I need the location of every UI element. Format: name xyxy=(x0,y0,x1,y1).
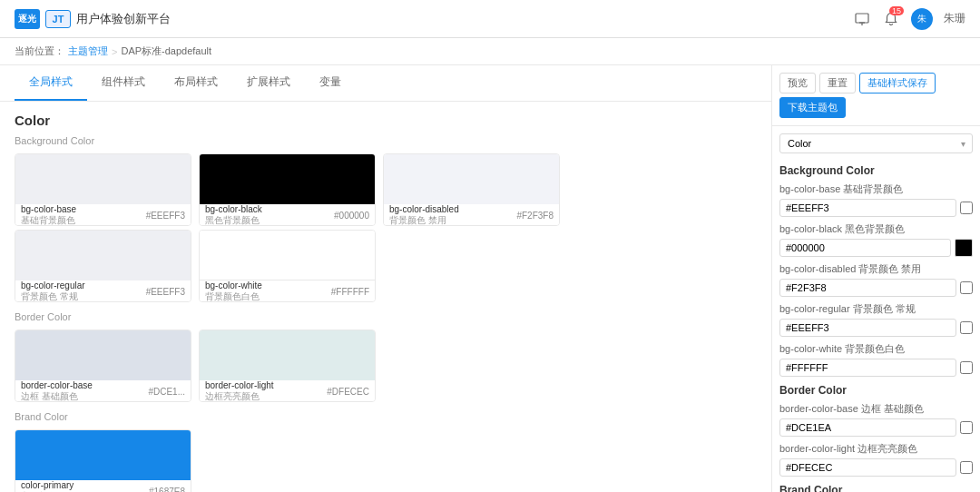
swatch-panel-bg-black xyxy=(955,239,973,257)
panel-input-bg-regular[interactable] xyxy=(779,319,956,337)
panel-row-bg-regular xyxy=(779,319,973,337)
logo-icon: 逐光 xyxy=(15,9,40,29)
panel-row-bg-white xyxy=(779,359,973,377)
color-card-border-base[interactable]: border-color-base 边框 基础颜色 #DCE1... xyxy=(15,330,191,402)
header-right: 15 朱 朱珊 xyxy=(853,8,965,30)
color-desc-bg-white: 背景颜色白色 xyxy=(205,290,262,302)
panel-label-bg-disabled: bg-color-disabled 背景颜色 禁用 xyxy=(779,262,973,276)
color-name-primary: color-primary xyxy=(21,480,74,490)
color-card-bg-black[interactable]: bg-color-black 黑色背景颜色 #000000 xyxy=(199,153,376,226)
breadcrumb-home[interactable]: 主题管理 xyxy=(68,44,108,58)
panel-row-bg-black xyxy=(779,239,973,257)
avatar-initial: 朱 xyxy=(917,13,926,25)
color-name-border-light: border-color-light xyxy=(205,380,274,390)
breadcrumb-sep-1: > xyxy=(112,46,117,57)
breadcrumb-current: DAP标准-dapdefault xyxy=(121,44,211,58)
swatch-bg-white xyxy=(200,231,375,280)
panel-label-border-base: border-color-base 边框 基础颜色 xyxy=(779,402,973,416)
panel-check-bg-disabled[interactable] xyxy=(960,281,973,294)
color-info-bg-base: bg-color-base 基础背景颜色 #EEEFF3 xyxy=(15,204,191,226)
jt-label: JT xyxy=(53,14,64,25)
panel-input-bg-white[interactable] xyxy=(779,359,956,377)
monitor-icon[interactable] xyxy=(853,10,871,28)
color-hex-border-base: #DCE1... xyxy=(148,387,185,397)
color-select-wrapper[interactable]: Color xyxy=(779,133,973,153)
swatch-bg-disabled xyxy=(384,154,559,204)
panel-input-border-base[interactable] xyxy=(779,418,956,437)
preview-button[interactable]: 预览 xyxy=(779,73,816,93)
tab-component-style[interactable]: 组件样式 xyxy=(87,65,160,101)
color-name-border-base: border-color-base xyxy=(21,380,93,390)
color-desc-border-base: 边框 基础颜色 xyxy=(21,390,93,402)
reset-button[interactable]: 重置 xyxy=(819,73,856,93)
right-panel-header: 预览 重置 基础样式保存 下载主题包 xyxy=(772,65,980,126)
color-card-primary[interactable]: color-primary 主题颜色 #1687E8 xyxy=(15,429,191,492)
panel-input-border-light[interactable] xyxy=(779,458,956,477)
jt-logo: JT xyxy=(45,10,71,28)
panel-row-border-base xyxy=(779,418,973,437)
brand-color-section-title: Brand Color xyxy=(15,411,757,422)
color-name-bg-regular: bg-color-regular xyxy=(21,280,85,290)
panel-input-bg-black[interactable] xyxy=(779,239,951,257)
panel-item-border-base: border-color-base 边框 基础颜色 xyxy=(779,402,973,437)
section-title: Color xyxy=(15,113,757,128)
save-style-button[interactable]: 基础样式保存 xyxy=(859,73,936,93)
color-card-bg-disabled[interactable]: bg-color-disabled 背景颜色 禁用 #F2F3F8 xyxy=(383,153,560,226)
color-info-bg-black: bg-color-black 黑色背景颜色 #000000 xyxy=(200,204,375,226)
tab-layout-style[interactable]: 布局样式 xyxy=(160,65,232,101)
color-hex-bg-base: #EEEFF3 xyxy=(146,211,185,221)
download-theme-button[interactable]: 下载主题包 xyxy=(779,97,846,118)
panel-item-border-light: border-color-light 边框亮亮颜色 xyxy=(779,442,973,477)
panel-row-border-light xyxy=(779,458,973,477)
color-category-select[interactable]: Color xyxy=(779,133,973,153)
main-container: 全局样式 组件样式 布局样式 扩展样式 变量 Color Background … xyxy=(0,65,980,492)
notification-icon[interactable]: 15 xyxy=(882,10,900,28)
color-desc-bg-black: 黑色背景颜色 xyxy=(205,214,262,226)
bg-color-grid-2: bg-color-regular 背景颜色 常规 #EEEFF3 bg-colo… xyxy=(15,230,757,302)
tab-extended-style[interactable]: 扩展样式 xyxy=(232,65,305,101)
panel-item-bg-disabled: bg-color-disabled 背景颜色 禁用 xyxy=(779,262,973,297)
panel-check-bg-base[interactable] xyxy=(960,202,973,214)
color-section: Color Background Color bg-color-base 基础背… xyxy=(0,102,771,492)
avatar[interactable]: 朱 xyxy=(911,8,933,30)
tab-global-style[interactable]: 全局样式 xyxy=(15,65,87,101)
color-card-bg-regular[interactable]: bg-color-regular 背景颜色 常规 #EEEFF3 xyxy=(15,230,191,302)
panel-check-border-light[interactable] xyxy=(960,461,973,474)
brand-color-grid: color-primary 主题颜色 #1687E8 xyxy=(15,429,757,492)
breadcrumb-prefix: 当前位置： xyxy=(15,44,64,58)
color-info-border-light: border-color-light 边框亮亮颜色 #DFECEC xyxy=(200,380,375,402)
color-info-primary: color-primary 主题颜色 #1687E8 xyxy=(15,480,191,492)
swatch-bg-base xyxy=(15,154,191,204)
right-panel-body: Color Background Color bg-color-base 基础背… xyxy=(772,126,980,492)
color-hex-bg-black: #000000 xyxy=(334,211,369,221)
logo-text: 逐光 xyxy=(18,13,36,25)
tab-variables[interactable]: 变量 xyxy=(305,65,356,101)
color-card-bg-white[interactable]: bg-color-white 背景颜色白色 #FFFFFF xyxy=(199,230,376,302)
panel-label-bg-white: bg-color-white 背景颜色白色 xyxy=(779,342,973,356)
header: 逐光 JT 用户体验创新平台 15 朱 朱珊 xyxy=(0,0,980,38)
svg-rect-0 xyxy=(856,14,868,23)
color-card-bg-base[interactable]: bg-color-base 基础背景颜色 #EEEFF3 xyxy=(15,153,191,226)
panel-input-bg-disabled[interactable] xyxy=(779,279,956,297)
panel-input-bg-base[interactable] xyxy=(779,199,956,217)
color-card-border-light[interactable]: border-color-light 边框亮亮颜色 #DFECEC xyxy=(199,330,376,402)
panel-check-bg-regular[interactable] xyxy=(960,321,973,334)
color-hex-bg-regular: #EEEFF3 xyxy=(146,287,185,297)
panel-check-bg-white[interactable] xyxy=(960,361,973,374)
swatch-border-base xyxy=(15,330,191,380)
color-desc-bg-disabled: 背景颜色 禁用 xyxy=(389,214,459,226)
color-name-bg-white: bg-color-white xyxy=(205,280,262,290)
panel-row-bg-base xyxy=(779,199,973,217)
color-desc-bg-regular: 背景颜色 常规 xyxy=(21,290,85,302)
bg-color-grid: bg-color-base 基础背景颜色 #EEEFF3 bg-color-bl… xyxy=(15,153,757,226)
panel-border-title: Border Color xyxy=(779,384,973,397)
panel-row-bg-disabled xyxy=(779,279,973,297)
content-area: 全局样式 组件样式 布局样式 扩展样式 变量 Color Background … xyxy=(0,65,771,492)
swatch-border-light xyxy=(200,330,375,380)
color-info-bg-white: bg-color-white 背景颜色白色 #FFFFFF xyxy=(200,280,375,302)
panel-check-border-base[interactable] xyxy=(960,421,973,434)
color-name-bg-black: bg-color-black xyxy=(205,204,262,214)
color-info-border-base: border-color-base 边框 基础颜色 #DCE1... xyxy=(15,380,191,402)
panel-item-bg-white: bg-color-white 背景颜色白色 xyxy=(779,342,973,377)
panel-label-bg-base: bg-color-base 基础背景颜色 xyxy=(779,182,973,196)
